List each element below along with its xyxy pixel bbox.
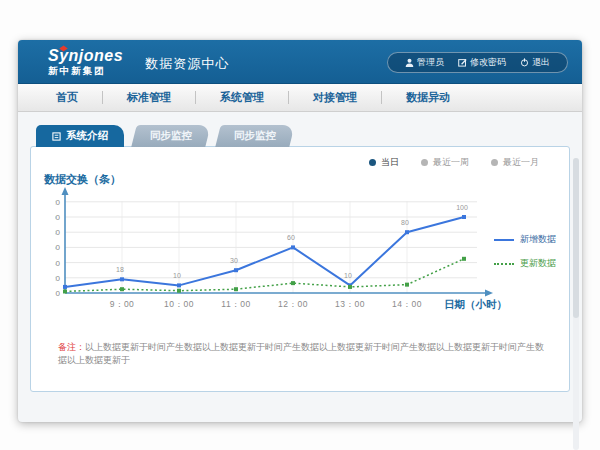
app-window: Synjones 新中新集团 数据资源中心 管理员 修改密码 xyxy=(18,40,582,422)
line-chart: 0204060801001209：0010：0011：0012：0013：001… xyxy=(55,181,510,323)
data-point-label: 10 xyxy=(173,272,181,279)
data-point xyxy=(63,285,67,289)
tab-sync-monitor-2[interactable]: 同步监控 xyxy=(215,125,294,147)
app-header: Synjones 新中新集团 数据资源中心 管理员 修改密码 xyxy=(18,40,582,84)
y-tick-label: 0 xyxy=(56,289,61,298)
time-range-filters: 当日 最近一周 最近一月 xyxy=(347,156,539,169)
x-tick-label: 11：00 xyxy=(221,299,250,309)
radio-dot-icon xyxy=(491,159,498,166)
series-legend: 新增数据 更新数据 xyxy=(494,233,556,281)
y-tick-label: 40 xyxy=(55,259,61,268)
legend-item-updated-data: 更新数据 xyxy=(494,257,556,270)
admin-label: 管理员 xyxy=(417,56,444,69)
data-point xyxy=(177,289,181,293)
y-tick-label: 20 xyxy=(55,274,61,283)
x-tick-label: 14：00 xyxy=(392,299,422,309)
filter-last-month[interactable]: 最近一月 xyxy=(491,156,539,169)
data-point xyxy=(120,277,124,281)
admin-user-button[interactable]: 管理员 xyxy=(398,56,451,69)
nav-item-standard-mgmt[interactable]: 标准管理 xyxy=(103,90,195,105)
y-tick-label: 100 xyxy=(55,213,61,222)
logout-label: 退出 xyxy=(532,56,550,69)
series-line-0 xyxy=(65,217,464,287)
legend-item-new-data: 新增数据 xyxy=(494,233,556,246)
x-axis-title: 日期（小时） xyxy=(444,298,507,311)
logo-text: Synjones xyxy=(48,48,123,64)
x-tick-label: 12：00 xyxy=(278,299,308,309)
filter-label: 最近一周 xyxy=(433,156,469,169)
data-point xyxy=(177,283,181,287)
legend-label: 更新数据 xyxy=(520,257,556,270)
document-icon xyxy=(52,132,61,141)
nav-item-interface-mgmt[interactable]: 对接管理 xyxy=(289,90,381,105)
main-nav: 首页 标准管理 系统管理 对接管理 数据异动 xyxy=(18,84,582,112)
chart-canvas: 0204060801001209：0010：0011：0012：0013：001… xyxy=(55,181,510,319)
scrollbar-thumb[interactable] xyxy=(573,158,579,318)
data-point xyxy=(234,287,238,291)
data-point-label: 18 xyxy=(116,266,124,273)
content-area: 系统介绍 同步监控 同步监控 当日 最近一周 xyxy=(18,112,582,392)
change-password-button[interactable]: 修改密码 xyxy=(451,56,513,69)
radio-dot-icon xyxy=(369,159,376,166)
company-logo: Synjones 新中新集团 xyxy=(48,48,123,76)
data-point xyxy=(405,283,409,287)
scrollbar-track[interactable] xyxy=(573,158,579,450)
tab-label: 同步监控 xyxy=(150,129,192,143)
data-point xyxy=(120,287,124,291)
data-point xyxy=(462,257,466,261)
user-toolbar: 管理员 修改密码 退出 xyxy=(387,52,568,73)
data-point xyxy=(462,215,466,219)
data-point xyxy=(234,268,238,272)
data-point xyxy=(348,285,352,289)
nav-item-data-change[interactable]: 数据异动 xyxy=(382,90,474,105)
data-point xyxy=(291,245,295,249)
series-line-1 xyxy=(65,259,464,292)
data-point-label: 60 xyxy=(287,234,295,241)
data-point-label: 30 xyxy=(230,257,238,264)
tab-system-intro[interactable]: 系统介绍 xyxy=(36,125,124,147)
y-tick-label: 120 xyxy=(55,198,61,207)
x-tick-label: 9：00 xyxy=(110,299,135,309)
x-axis-arrow-icon xyxy=(485,290,493,297)
tab-bar: 系统介绍 同步监控 同步监控 xyxy=(36,125,570,147)
y-tick-label: 80 xyxy=(55,228,61,237)
dotted-line-icon xyxy=(494,263,514,265)
footnote: 备注：以上数据更新于时间产生数据以上数据更新于时间产生数据以上数据更新于时间产生… xyxy=(58,341,549,367)
edit-icon xyxy=(458,58,467,67)
filter-label: 当日 xyxy=(381,156,399,169)
page-title: 数据资源中心 xyxy=(145,55,229,73)
footnote-prefix: 备注： xyxy=(58,342,85,352)
data-point xyxy=(291,281,295,285)
data-point-label: 10 xyxy=(344,272,352,279)
tab-label: 系统介绍 xyxy=(66,129,108,143)
tab-sync-monitor-1[interactable]: 同步监控 xyxy=(131,125,210,147)
y-tick-label: 60 xyxy=(55,243,61,252)
data-point xyxy=(405,230,409,234)
data-point-label: 100 xyxy=(456,204,468,211)
tab-label: 同步监控 xyxy=(234,129,276,143)
nav-item-home[interactable]: 首页 xyxy=(32,90,102,105)
chart-panel: 当日 最近一周 最近一月 数据交换（条） 0204060801001209：00… xyxy=(30,146,570,392)
power-icon xyxy=(520,58,529,67)
radio-dot-icon xyxy=(421,159,428,166)
legend-label: 新增数据 xyxy=(520,233,556,246)
solid-line-icon xyxy=(494,239,514,241)
nav-item-system-mgmt[interactable]: 系统管理 xyxy=(196,90,288,105)
x-tick-label: 10：00 xyxy=(164,299,194,309)
logo-subtitle: 新中新集团 xyxy=(48,66,123,76)
data-point-label: 80 xyxy=(401,219,409,226)
change-password-label: 修改密码 xyxy=(470,56,506,69)
footnote-text: 以上数据更新于时间产生数据以上数据更新于时间产生数据以上数据更新于时间产生数据以… xyxy=(58,342,544,365)
logout-button[interactable]: 退出 xyxy=(513,56,557,69)
filter-today[interactable]: 当日 xyxy=(369,156,399,169)
filter-label: 最近一月 xyxy=(503,156,539,169)
data-point xyxy=(63,289,67,293)
user-icon xyxy=(405,58,414,67)
x-tick-label: 13：00 xyxy=(335,299,365,309)
y-axis-arrow-icon xyxy=(62,187,69,195)
filter-last-week[interactable]: 最近一周 xyxy=(421,156,469,169)
